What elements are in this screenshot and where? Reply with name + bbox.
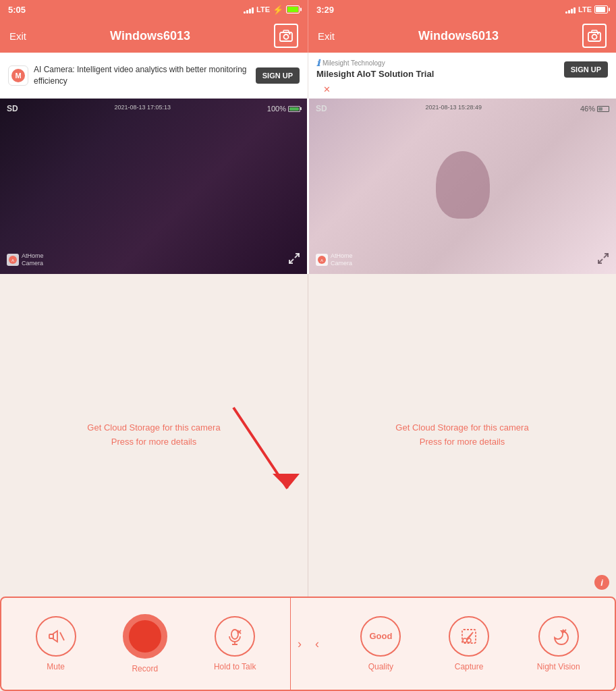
bottom-toolbar: Mute Record Hold to Talk (0, 597, 616, 691)
record-label: Record (132, 664, 158, 673)
svg-rect-3 (289, 33, 291, 34)
svg-marker-19 (273, 474, 300, 489)
signal-icon-right (565, 5, 576, 13)
mute-button[interactable]: Mute (36, 616, 76, 671)
ad-banner-left[interactable]: M AI Camera: Intelligent video analytics… (0, 53, 308, 99)
nav-right-arrow[interactable]: › (291, 598, 308, 690)
brand-left: A AtHomeCamera (7, 252, 44, 267)
svg-text:A: A (320, 258, 323, 262)
panel-right: Get Cloud Storage for this cameraPress f… (308, 274, 616, 597)
ad-info-icon-right: ℹ (316, 58, 320, 68)
video-overlay-right (309, 99, 616, 274)
arrow-svg (220, 401, 314, 509)
svg-line-21 (60, 632, 64, 640)
cloud-storage-text-left[interactable]: Get Cloud Storage for this cameraPress f… (87, 421, 220, 449)
title-right: Windows6013 (418, 29, 499, 43)
svg-rect-7 (597, 33, 599, 34)
signal-icon-left (244, 5, 254, 13)
record-circle (123, 614, 167, 659)
svg-text:A: A (11, 258, 14, 262)
datetime-left: 2021-08-13 17:05:13 (114, 104, 171, 113)
video-overlay-left (0, 99, 307, 274)
svg-point-22 (231, 630, 238, 639)
status-bar-right: 3:29 LTE (308, 0, 616, 19)
video-areas: SD 2021-08-13 17:05:13 100% A AtHomeCame… (0, 99, 616, 274)
svg-point-28 (463, 638, 467, 642)
good-label: Good (369, 632, 392, 641)
exit-button-right[interactable]: Exit (318, 30, 335, 42)
panels-wrapper: Get Cloud Storage for this cameraPress f… (0, 274, 616, 597)
ad-subtitle-right: Milesight Technology (323, 59, 385, 68)
cloud-storage-text-right[interactable]: Get Cloud Storage for this cameraPress f… (395, 421, 528, 449)
camera-icon-right[interactable] (582, 24, 607, 48)
svg-text:M: M (15, 72, 21, 80)
time-right: 3:29 (316, 5, 334, 15)
expand-icon-left[interactable] (288, 252, 300, 267)
sd-label-left: SD (7, 104, 18, 113)
ad-close-right[interactable]: ✕ (323, 84, 331, 94)
video-battery-bar-right (597, 106, 609, 112)
video-battery-bar-left (288, 106, 300, 112)
mute-label: Mute (47, 662, 65, 671)
capture-label: Capture (455, 662, 484, 671)
video-info-top-right: SD 2021-08-13 15:28:49 46% (309, 104, 616, 113)
hold-to-talk-label: Hold to Talk (214, 662, 256, 671)
svg-point-1 (283, 34, 288, 39)
hold-to-talk-circle (215, 616, 255, 657)
ad-text-left: AI Camera: Intelligent video analytics w… (34, 64, 250, 87)
night-vision-button[interactable]: Night Vision (537, 616, 580, 671)
hold-to-talk-button[interactable]: Hold to Talk (214, 616, 256, 671)
svg-rect-6 (592, 30, 597, 32)
expand-icon-right[interactable] (597, 252, 609, 267)
charging-icon-left: ⚡ (273, 5, 283, 15)
signup-button-left[interactable]: SIGN UP (256, 67, 300, 84)
title-left: Windows6013 (110, 29, 190, 43)
lte-label-left: LTE (256, 5, 270, 13)
svg-rect-20 (49, 634, 53, 638)
ad-logo-left: M (8, 65, 28, 86)
panel-left: Get Cloud Storage for this cameraPress f… (0, 274, 308, 597)
header-bars: Exit Windows6013 Exit Windows6013 (0, 19, 616, 53)
exit-button-left[interactable]: Exit (9, 30, 26, 42)
sd-label-right: SD (316, 104, 327, 113)
quality-button[interactable]: Good Quality (360, 616, 401, 671)
camera-icon-left[interactable] (274, 24, 298, 48)
status-icons-right: LTE (565, 5, 608, 13)
datetime-right: 2021-08-13 15:28:49 (426, 104, 482, 113)
quality-label: Quality (368, 662, 393, 671)
battery-icon-left (286, 5, 300, 13)
capture-circle (449, 616, 489, 657)
quality-circle: Good (360, 616, 401, 657)
time-left: 5:05 (8, 5, 26, 15)
status-bars: 5:05 LTE ⚡ 3:29 LTE (0, 0, 616, 19)
video-info-top-left: SD 2021-08-13 17:05:13 100% (0, 104, 307, 113)
mute-circle (36, 616, 76, 657)
lte-label-right: LTE (578, 5, 592, 13)
video-right: SD 2021-08-13 15:28:49 46% A AtHomeCamer… (307, 99, 616, 274)
info-button[interactable]: i (594, 575, 609, 590)
ad-banners: M AI Camera: Intelligent video analytics… (0, 53, 616, 99)
toolbar-left: Mute Record Hold to Talk (1, 598, 291, 690)
signup-button-right[interactable]: SIGN UP (564, 61, 608, 78)
toolbar-right: Good Quality Capture (326, 598, 615, 690)
ad-banner-right[interactable]: ℹ Milesight Technology Milesight AIoT So… (308, 53, 616, 99)
night-vision-circle (538, 616, 579, 657)
record-button[interactable]: Record (123, 614, 167, 673)
header-bar-right: Exit Windows6013 (308, 19, 616, 53)
record-inner (129, 620, 161, 653)
brand-right: A AtHomeCamera (316, 252, 353, 267)
battery-pct-left: 100% (267, 105, 286, 113)
brand-text-right: AtHomeCamera (331, 252, 353, 267)
capture-button[interactable]: Capture (449, 616, 489, 671)
nav-left-arrow[interactable]: ‹ (308, 598, 326, 690)
video-left: SD 2021-08-13 17:05:13 100% A AtHomeCame… (0, 99, 307, 274)
night-vision-label: Night Vision (537, 662, 580, 671)
brand-text-left: AtHomeCamera (22, 252, 44, 267)
status-icons-left: LTE ⚡ (244, 5, 300, 15)
ad-text-right: Milesight AIoT Solution Trial (316, 68, 434, 80)
header-bar-left: Exit Windows6013 (0, 19, 308, 53)
svg-rect-2 (283, 30, 289, 32)
brand-icon-left: A (7, 254, 19, 266)
brand-icon-right: A (316, 254, 328, 266)
battery-icon-right (594, 5, 608, 13)
